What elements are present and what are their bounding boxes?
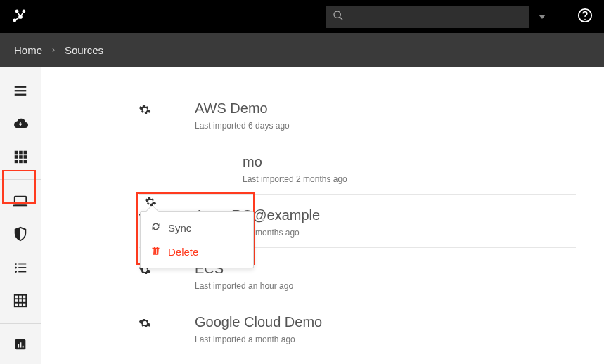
sync-icon xyxy=(150,221,168,234)
sources-list: AWS Demo Last imported 6 days ago mo Las… xyxy=(41,67,604,364)
svg-rect-19 xyxy=(19,156,23,160)
topbar xyxy=(0,0,604,33)
svg-rect-38 xyxy=(18,344,19,348)
svg-rect-16 xyxy=(19,151,23,155)
gear-icon[interactable] xyxy=(144,195,157,211)
search-box[interactable] xyxy=(326,6,529,28)
svg-rect-27 xyxy=(18,263,26,264)
search-input[interactable] xyxy=(349,11,522,22)
help-icon[interactable] xyxy=(577,8,593,26)
svg-point-7 xyxy=(334,11,340,18)
menu-sync[interactable]: Sync xyxy=(141,216,253,240)
gear-menu: Sync Delete xyxy=(140,211,254,268)
source-title[interactable]: mo xyxy=(243,154,576,170)
gear-icon[interactable] xyxy=(139,103,151,119)
source-meta: Last imported an hour ago xyxy=(195,281,576,291)
rail-security[interactable] xyxy=(6,221,35,248)
side-rail xyxy=(0,67,41,364)
chevron-right-icon: › xyxy=(52,45,55,55)
gear-icon[interactable] xyxy=(139,317,151,332)
svg-line-8 xyxy=(340,17,342,20)
rail-apps[interactable] xyxy=(6,143,35,171)
svg-rect-14 xyxy=(15,93,27,95)
svg-rect-21 xyxy=(15,160,18,164)
source-meta: Last imported 2 months ago xyxy=(243,174,576,184)
svg-rect-17 xyxy=(24,151,27,155)
svg-rect-29 xyxy=(18,267,26,268)
svg-rect-13 xyxy=(15,90,27,91)
menu-delete-label: Delete xyxy=(168,246,198,258)
menu-delete[interactable]: Delete xyxy=(141,240,253,264)
source-meta: Last imported a month ago xyxy=(195,334,576,344)
rail-sources[interactable] xyxy=(6,110,35,137)
rail-grid[interactable] xyxy=(6,287,35,314)
svg-rect-39 xyxy=(20,343,22,348)
svg-rect-31 xyxy=(18,271,26,272)
source-row: AWS Demo Last imported 6 days ago xyxy=(139,100,576,141)
svg-rect-40 xyxy=(23,346,24,348)
svg-rect-20 xyxy=(24,156,27,160)
menu-sync-label: Sync xyxy=(168,222,191,234)
svg-point-26 xyxy=(15,263,17,265)
source-title[interactable]: AWS Demo xyxy=(195,100,576,117)
source-row: mo Last imported 2 months ago xyxy=(139,141,576,195)
rail-menu[interactable] xyxy=(6,77,35,104)
svg-rect-12 xyxy=(15,86,27,87)
source-meta: Last imported 6 days ago xyxy=(195,121,576,131)
body: AWS Demo Last imported 6 days ago mo Las… xyxy=(0,67,604,364)
breadcrumb: Home › Sources xyxy=(0,33,604,67)
svg-point-30 xyxy=(15,271,17,273)
rail-list[interactable] xyxy=(6,254,35,281)
source-title[interactable]: Google Cloud Demo xyxy=(195,314,576,330)
search-dropdown[interactable] xyxy=(532,6,552,28)
svg-rect-25 xyxy=(13,204,27,206)
svg-rect-24 xyxy=(15,196,27,204)
svg-rect-18 xyxy=(15,156,18,160)
svg-rect-32 xyxy=(15,295,27,307)
breadcrumb-current: Sources xyxy=(65,44,103,56)
svg-rect-15 xyxy=(15,151,18,155)
breadcrumb-home[interactable]: Home xyxy=(14,44,42,56)
svg-rect-23 xyxy=(24,160,27,164)
svg-marker-9 xyxy=(539,15,546,19)
svg-point-28 xyxy=(15,266,17,268)
svg-rect-22 xyxy=(19,160,23,164)
app-logo xyxy=(11,8,30,26)
rail-reports[interactable] xyxy=(6,331,35,358)
svg-point-11 xyxy=(584,18,585,19)
rail-compute[interactable] xyxy=(6,187,35,214)
source-row: Google Cloud Demo Last imported a month … xyxy=(139,301,576,354)
trash-icon xyxy=(150,245,168,258)
search-icon xyxy=(333,10,344,24)
